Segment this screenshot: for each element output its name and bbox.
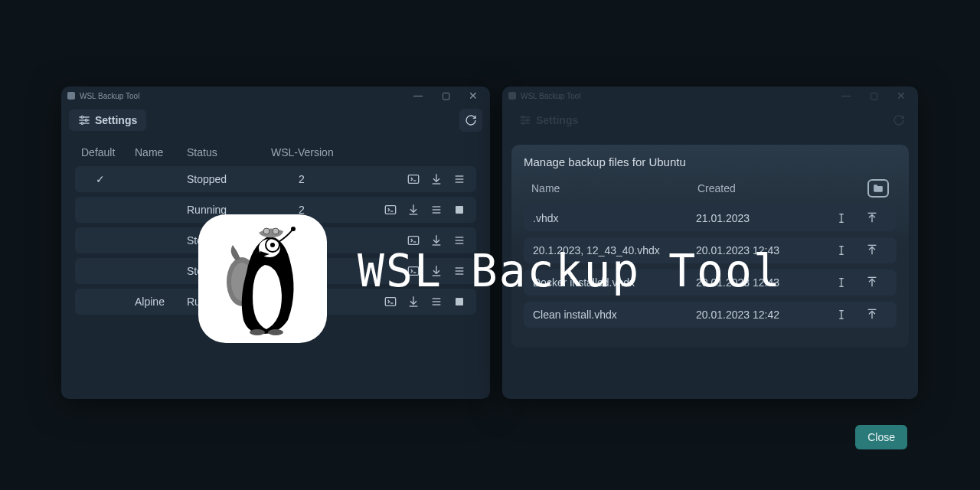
minimize-button[interactable]: — (404, 90, 432, 101)
svg-rect-9 (408, 175, 418, 184)
window-title: WSL Backup Tool (80, 92, 404, 100)
hero-overlay: WSL Backup Tool (0, 199, 980, 343)
maximize-button[interactable]: ▢ (860, 90, 887, 101)
manage-backups-button[interactable] (453, 173, 466, 185)
close-window-button[interactable]: ✕ (459, 90, 487, 102)
sliders-icon (519, 114, 531, 126)
svg-point-78 (291, 227, 296, 231)
settings-button[interactable]: Settings (510, 109, 587, 131)
distro-version: 2 (271, 173, 355, 185)
col-status: Status (187, 146, 271, 158)
refresh-icon (465, 114, 477, 126)
col-name: Name (531, 182, 697, 194)
svg-point-77 (270, 243, 275, 247)
terminal-button[interactable] (407, 173, 420, 185)
sliders-icon (78, 114, 90, 126)
col-version: WSL-Version (271, 146, 355, 158)
refresh-button[interactable] (459, 109, 482, 132)
settings-button[interactable]: Settings (69, 109, 146, 131)
titlebar[interactable]: WSL Backup Tool — ▢ ✕ (502, 87, 918, 105)
close-label: Close (867, 431, 895, 443)
svg-point-44 (522, 116, 524, 119)
close-window-button[interactable]: ✕ (887, 90, 915, 102)
penguin-icon (213, 222, 312, 335)
close-dialog-button[interactable]: Close (855, 425, 907, 449)
column-headers: Default Name Status WSL-Version (75, 146, 476, 166)
dialog-title: Manage backup files for Ubuntu (524, 155, 897, 168)
app-icon-small (67, 92, 75, 100)
app-icon-small (508, 92, 516, 100)
svg-point-50 (522, 122, 524, 125)
svg-point-79 (250, 329, 265, 335)
svg-point-6 (81, 122, 83, 125)
open-folder-button[interactable] (867, 179, 889, 198)
col-created: Created (697, 182, 828, 194)
refresh-button[interactable] (887, 109, 910, 132)
app-logo (198, 214, 327, 343)
distro-status: Stopped (187, 173, 271, 185)
refresh-icon (893, 114, 905, 126)
toolbar: Settings (61, 105, 490, 136)
settings-label: Settings (95, 114, 137, 126)
col-name: Name (135, 146, 187, 158)
window-title: WSL Backup Tool (521, 92, 832, 100)
hero-title: WSL Backup Tool (358, 245, 782, 297)
toolbar: Settings (502, 105, 918, 136)
svg-point-81 (263, 228, 270, 234)
svg-point-47 (526, 119, 528, 122)
minimize-button[interactable]: — (832, 90, 860, 101)
titlebar[interactable]: WSL Backup Tool — ▢ ✕ (61, 87, 490, 105)
maximize-button[interactable]: ▢ (432, 90, 459, 101)
svg-point-0 (81, 116, 83, 119)
distro-row[interactable]: ✓Stopped2 (75, 166, 476, 192)
svg-point-82 (273, 228, 279, 234)
svg-point-3 (85, 119, 87, 122)
export-button[interactable] (430, 173, 443, 185)
default-marker: ✓ (81, 173, 135, 185)
folder-icon (873, 184, 884, 193)
svg-point-80 (268, 329, 283, 335)
settings-label: Settings (536, 114, 578, 126)
col-default: Default (81, 146, 135, 158)
